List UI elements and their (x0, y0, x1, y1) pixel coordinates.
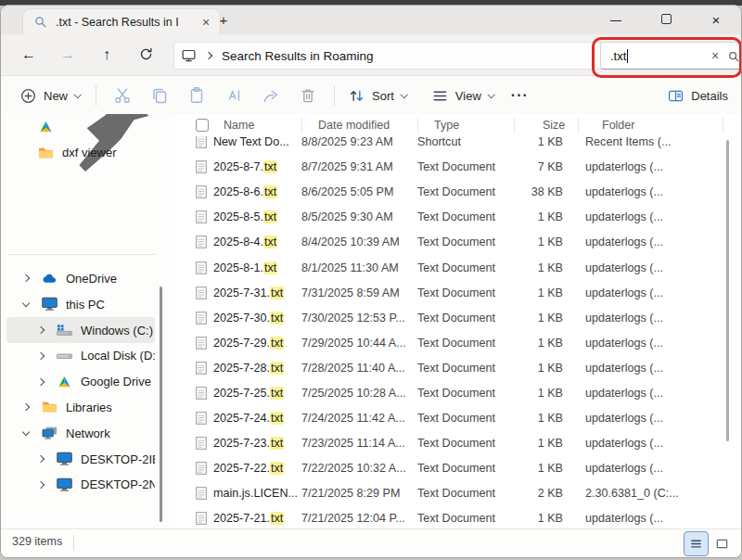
document-icon (196, 210, 207, 223)
thumbnail-view-toggle[interactable] (710, 532, 734, 555)
table-row[interactable]: main.js.LICEN...7/21/2025 8:29 PMText Do… (175, 481, 741, 506)
sidebar-item-libraries[interactable]: Libraries (6, 395, 155, 421)
column-separator[interactable] (578, 117, 579, 134)
cell-type: Text Document (417, 437, 514, 450)
chevron-right-icon[interactable] (36, 453, 47, 465)
view-list-icon (431, 87, 449, 105)
column-header-folder[interactable]: Folder (602, 119, 634, 132)
column-separator[interactable] (723, 117, 723, 134)
file-name: 2025-7-23. (213, 437, 270, 450)
chevron-down-icon[interactable] (21, 427, 32, 439)
chevron-right-icon[interactable] (205, 50, 216, 61)
chevron-right-icon[interactable] (21, 273, 32, 284)
table-row[interactable]: 2025-7-23.txt7/23/2025 11:14 A...Text Do… (175, 431, 741, 456)
see-more-button[interactable]: ··· (502, 87, 538, 104)
sidebar-item-desktop-2nd3b9[interactable]: DESKTOP-2ND3B9 (6, 472, 155, 498)
clear-search-icon[interactable]: × (706, 48, 724, 63)
address-bar[interactable]: Search Results in Roaming (173, 42, 608, 70)
sort-button[interactable]: Sort (342, 81, 415, 110)
column-separator[interactable] (514, 117, 515, 134)
copy-button[interactable] (141, 81, 178, 110)
sidebar-item-dxf-viewer[interactable]: dxf viewer (6, 140, 155, 166)
cell-type: Text Document (417, 210, 514, 223)
sidebar-item-google-drive-pinned[interactable]: Google Drive (G: (6, 114, 155, 140)
details-pane-button[interactable]: Details (667, 87, 728, 105)
cell-date-modified: 7/29/2025 10:44 A... (301, 337, 417, 350)
details-view-toggle[interactable] (684, 531, 709, 556)
sidebar-item-desktop-2ibj00n[interactable]: DESKTOP-2IBJ00N (6, 446, 155, 472)
table-row[interactable]: 2025-8-6.txt8/6/2025 5:05 PMText Documen… (175, 180, 741, 205)
document-icon (196, 135, 207, 148)
cell-type: Text Document (417, 362, 514, 375)
cell-size: 1 KB (514, 387, 570, 400)
table-row[interactable]: 2025-8-4.txt8/4/2025 10:39 AMText Docume… (175, 230, 741, 255)
table-row[interactable]: 2025-7-30.txt7/30/2025 12:53 P...Text Do… (175, 305, 741, 330)
google-drive-icon (38, 120, 54, 134)
share-button[interactable] (252, 81, 289, 110)
minimize-button[interactable]: — (591, 14, 641, 27)
breadcrumb[interactable]: Search Results in Roaming (222, 49, 374, 63)
document-icon (196, 437, 207, 450)
cell-folder: updaterlogs (... (585, 362, 741, 375)
column-header-name[interactable]: Name (224, 119, 318, 132)
search-icon[interactable] (728, 50, 740, 62)
forward-button[interactable]: → (55, 42, 81, 68)
maximize-button[interactable] (641, 13, 691, 27)
tab-close-icon[interactable]: × (198, 15, 214, 30)
table-row[interactable]: 2025-7-22.txt7/22/2025 10:32 A...Text Do… (175, 456, 741, 481)
table-row[interactable]: 2025-7-28.txt7/28/2025 11:40 A...Text Do… (175, 355, 741, 380)
chevron-right-icon[interactable] (36, 479, 47, 490)
paste-button[interactable] (178, 81, 215, 110)
sidebar-item-label: Google Drive (G:) (81, 375, 155, 388)
cell-type: Text Document (417, 387, 514, 400)
table-row[interactable]: 2025-8-7.txt8/7/2025 9:31 AMText Documen… (175, 155, 741, 180)
close-button[interactable]: × (691, 12, 741, 28)
chevron-right-icon[interactable] (36, 376, 47, 388)
cell-folder: updaterlogs (... (585, 160, 741, 173)
delete-button[interactable] (289, 81, 326, 110)
toolbar-divider (96, 85, 96, 106)
sidebar-item-local-disk-d[interactable]: Local Disk (D:) (6, 343, 155, 369)
chevron-right-icon[interactable] (36, 325, 47, 336)
column-header-type[interactable]: Type (434, 119, 531, 132)
document-icon (196, 487, 207, 500)
table-row[interactable]: 2025-7-25.txt7/25/2025 10:28 A...Text Do… (175, 380, 741, 405)
view-button[interactable]: View (426, 81, 502, 110)
select-all-checkbox[interactable] (196, 119, 209, 132)
search-match-highlight: txt (270, 387, 284, 400)
explorer-tab[interactable]: .txt - Search Results in I × (23, 9, 220, 34)
table-row[interactable]: 2025-8-1.txt8/1/2025 11:30 AMText Docume… (175, 255, 741, 280)
refresh-button[interactable] (133, 42, 159, 68)
table-row[interactable]: 2025-7-31.txt7/31/2025 8:59 AMText Docum… (175, 280, 741, 305)
chevron-down-icon[interactable] (21, 299, 32, 310)
search-input[interactable]: .txt × (600, 42, 742, 70)
cut-button[interactable] (104, 81, 141, 110)
sidebar-item-this-pc[interactable]: this PC (6, 291, 155, 317)
column-separator[interactable] (417, 117, 418, 134)
file-list-scrollbar[interactable] (726, 140, 729, 441)
file-name: 2025-7-21. (213, 512, 270, 525)
search-match-highlight: txt (270, 512, 284, 525)
column-separator[interactable] (301, 117, 302, 134)
new-tab-button[interactable]: + (215, 10, 232, 31)
back-button[interactable]: ← (16, 42, 42, 68)
table-row[interactable]: 2025-8-5.txt8/5/2025 9:30 AMText Documen… (175, 205, 741, 230)
table-row[interactable]: 2025-7-29.txt7/29/2025 10:44 A...Text Do… (175, 330, 741, 355)
file-rows: New Text Do...8/8/2025 9:23 AMShortcut1 … (175, 130, 741, 530)
cell-folder: updaterlogs (... (585, 235, 741, 248)
table-row[interactable]: 2025-7-24.txt7/24/2025 11:42 A...Text Do… (175, 406, 741, 431)
sidebar-item-onedrive[interactable]: OneDrive (6, 266, 155, 292)
new-button[interactable]: New (14, 81, 88, 110)
table-row[interactable]: 2025-7-21.txt7/21/2025 12:04 P...Text Do… (175, 506, 741, 529)
toolbar-divider (334, 85, 335, 106)
file-name: 2025-7-24. (213, 412, 270, 425)
sidebar-item-windows-c[interactable]: Windows (C:) (6, 317, 155, 343)
chevron-right-icon[interactable] (21, 401, 32, 413)
sidebar-scrollbar[interactable] (160, 286, 162, 522)
sidebar-item-google-drive-g[interactable]: Google Drive (G:) (6, 369, 155, 395)
sidebar-item-network[interactable]: Network (6, 420, 155, 446)
chevron-right-icon[interactable] (36, 350, 47, 362)
titlebar: .txt - Search Results in I × + — × (1, 6, 741, 34)
rename-button[interactable] (215, 81, 252, 110)
up-button[interactable]: ↑ (94, 42, 120, 68)
